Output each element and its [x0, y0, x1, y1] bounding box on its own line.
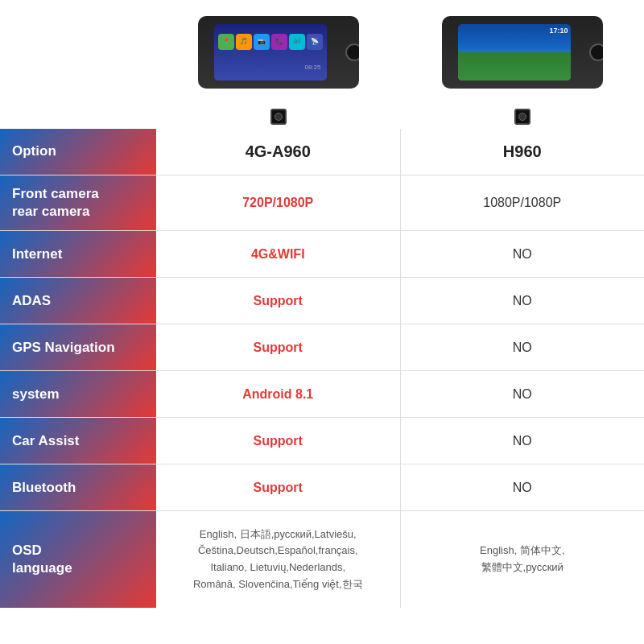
col1-option: 4G-A960 — [156, 129, 401, 175]
label-bluetooth: Bluetooth — [0, 464, 156, 510]
label-osd: OSDlanguage — [0, 511, 156, 608]
app-icon-6: 📡 — [307, 34, 323, 50]
app-icon-2: 🎵 — [236, 34, 252, 50]
products-row: 📍 🎵 📷 📞 🎶 📡 08:25 17: — [0, 0, 644, 129]
screen-h960: 17:10 — [458, 24, 571, 80]
front-camera-4g-a960 — [345, 43, 359, 61]
col1-osd: English, 日本語,русский,Latviešu,Čeština,De… — [156, 511, 401, 608]
front-camera-h960 — [589, 43, 603, 61]
screen-4g-a960: 📍 🎵 📷 📞 🎶 📡 08:25 — [214, 24, 327, 80]
table-row-camera: Front camerarear camera 720P/1080P 1080P… — [0, 175, 644, 231]
table-row-bluetooth: Bluetooth Support NO — [0, 464, 644, 511]
label-gps: GPS Navigation — [0, 324, 156, 370]
col2-camera: 1080P/1080P — [401, 175, 645, 230]
main-container: 📍 🎵 📷 📞 🎶 📡 08:25 17: — [0, 0, 644, 644]
label-internet: Internet — [0, 231, 156, 277]
col2-gps: NO — [401, 324, 645, 370]
time-display-h960: 17:10 — [549, 27, 568, 35]
col1-adas: Support — [156, 278, 401, 324]
product-image-4g-a960: 📍 🎵 📷 📞 🎶 📡 08:25 — [156, 8, 400, 121]
table-row-car-assist: Car Assist Support NO — [0, 418, 644, 464]
col2-option: H960 — [401, 129, 645, 175]
col2-bluetooth: NO — [401, 464, 645, 510]
col1-camera: 720P/1080P — [156, 175, 401, 230]
product-label-spacer — [0, 8, 156, 121]
col1-gps: Support — [156, 324, 401, 370]
col1-internet: 4G&WIFI — [156, 231, 401, 277]
col2-osd: English, 简体中文,繁體中文,русский — [401, 511, 645, 608]
col1-bluetooth: Support — [156, 464, 401, 510]
label-adas: ADAS — [0, 278, 156, 324]
mirror-h960: 17:10 — [442, 16, 603, 113]
col2-system: NO — [401, 371, 645, 417]
col2-car-assist: NO — [401, 418, 645, 464]
app-icon-5: 🎶 — [289, 34, 305, 50]
col2-internet: NO — [401, 231, 645, 277]
table-row-option: Option 4G-A960 H960 — [0, 129, 644, 175]
table-row-osd: OSDlanguage English, 日本語,русский,Latvieš… — [0, 511, 644, 608]
col1-system: Android 8.1 — [156, 371, 401, 417]
app-icon-1: 📍 — [218, 34, 234, 50]
label-option: Option — [0, 129, 156, 175]
table-row-adas: ADAS Support NO — [0, 278, 644, 324]
col2-adas: NO — [401, 278, 645, 324]
app-icon-4: 📞 — [271, 34, 287, 50]
landscape-h960 — [458, 52, 571, 80]
rear-camera-4g-a960 — [270, 109, 287, 125]
mirror-4g-a960: 📍 🎵 📷 📞 🎶 📡 08:25 — [198, 16, 359, 113]
label-system: system — [0, 371, 156, 417]
table-row-gps: GPS Navigation Support NO — [0, 324, 644, 371]
table-row-internet: Internet 4G&WIFI NO — [0, 231, 644, 278]
table-row-system: system Android 8.1 NO — [0, 371, 644, 418]
col1-car-assist: Support — [156, 418, 401, 464]
rear-camera-h960 — [514, 109, 530, 125]
comparison-table: Option 4G-A960 H960 Front camerarear cam… — [0, 129, 644, 644]
app-icon-3: 📷 — [254, 34, 270, 50]
time-display-a960: 08:25 — [217, 64, 324, 71]
product-image-h960: 17:10 — [400, 8, 644, 121]
label-camera: Front camerarear camera — [0, 175, 156, 230]
label-car-assist: Car Assist — [0, 418, 156, 464]
